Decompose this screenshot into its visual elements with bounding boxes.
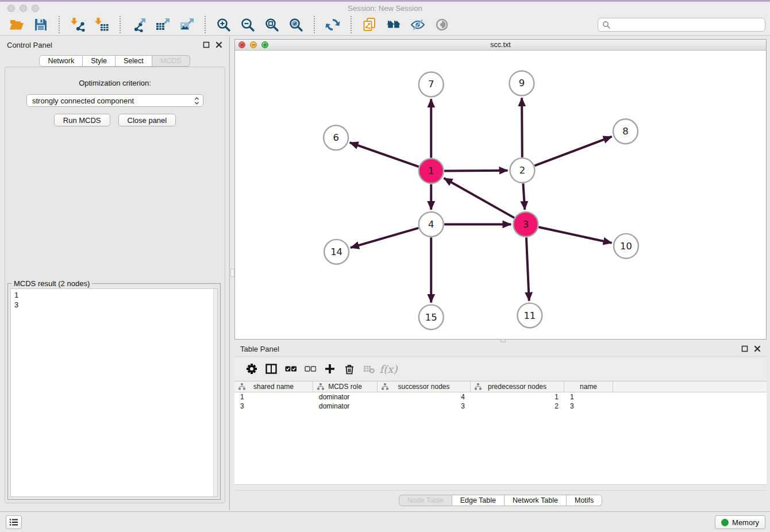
toggle-panel-layout-icon [265,363,277,375]
select-all-rows-button[interactable] [281,360,301,377]
graph-node-14[interactable]: 14 [324,240,349,264]
toolbar-separator [351,16,352,33]
column-header-shared-name[interactable]: shared name [234,381,313,392]
zoom-out-button[interactable] [239,16,256,33]
table-row-2[interactable]: 3dominator323 [234,402,767,411]
clone-network-button[interactable] [361,16,378,33]
toolbar-separator [59,16,60,33]
mcds-result-text[interactable]: 1 3 [11,289,213,496]
tab-mcds[interactable]: MCDS [152,55,190,67]
result-scrollbar[interactable] [213,289,217,496]
cell-predecessor-nodes[interactable]: 1 [471,392,564,402]
export-network-button[interactable] [130,16,147,33]
zoom-selected-button[interactable] [287,16,305,33]
hide-selected-button[interactable] [409,16,426,33]
network-close-button[interactable] [238,41,245,48]
graph-edge-3-11[interactable] [526,237,529,300]
close-panel-icon[interactable] [215,41,222,49]
graph-edge-1-6[interactable] [350,142,419,167]
graph-edge-2-9[interactable] [522,98,522,157]
graph-node-6[interactable]: 6 [324,125,348,150]
memory-button[interactable]: Memory [715,515,765,529]
first-neighbors-button[interactable] [385,16,402,33]
import-network-button[interactable] [69,16,86,33]
graph-node-11[interactable]: 11 [517,303,542,328]
column-type-icon [238,383,245,390]
column-header-predecessor-nodes[interactable]: predecessor nodes [471,381,564,392]
export-image-button[interactable] [178,16,195,33]
network-minimize-button[interactable] [250,41,257,48]
table-toolbar: f(x) [234,356,767,381]
graph-edge-3-10[interactable] [538,227,611,243]
search-input[interactable] [613,21,761,29]
refresh-layout-button[interactable] [324,16,341,33]
import-table-button[interactable] [93,16,110,33]
cell-successor-nodes[interactable]: 4 [378,392,471,402]
add-column-button[interactable] [320,360,340,377]
graph-edge-2-3[interactable] [523,183,525,210]
graph-node-8[interactable]: 8 [613,119,638,144]
cell-shared-name[interactable]: 1 [234,392,313,402]
network-canvas[interactable]: 7968124314101511 [235,51,766,339]
cell-mcds-role[interactable]: dominator [313,402,378,411]
graph-edge-2-8[interactable] [534,137,611,166]
task-history-button[interactable] [6,515,22,529]
table-settings-icon [246,363,257,375]
open-session-button[interactable] [8,16,25,33]
memory-label: Memory [732,518,759,527]
zoom-in-button[interactable] [215,16,232,33]
tab-node-table[interactable]: Node Table [399,495,452,506]
tab-edge-table[interactable]: Edge Table [452,495,505,506]
graph-edge-4-14[interactable] [351,228,418,248]
open-session-icon [9,17,24,32]
network-maximize-button[interactable] [261,41,268,48]
svg-text:8: 8 [622,126,628,137]
graph-node-2[interactable]: 2 [510,158,534,183]
zoom-fit-button[interactable] [263,16,280,33]
close-table-panel-icon[interactable] [753,345,761,353]
cell-name[interactable]: 1 [564,392,613,402]
export-table-button[interactable] [154,16,171,33]
cell-successor-nodes[interactable]: 3 [378,402,471,411]
table-row-1[interactable]: 1dominator411 [234,392,767,402]
graph-node-1[interactable]: 1 [419,159,444,183]
delete-column-button[interactable] [340,360,359,377]
float-panel-icon[interactable] [202,41,210,49]
graph-node-3[interactable]: 3 [513,212,538,237]
cell-name[interactable]: 3 [564,402,613,411]
cell-predecessor-nodes[interactable]: 2 [471,402,564,411]
graph-edge-3-1[interactable] [444,178,514,218]
tab-style[interactable]: Style [83,55,116,67]
function-builder-button: f(x) [379,360,398,377]
save-session-button[interactable] [32,16,49,33]
column-label: successor nodes [398,383,449,391]
toggle-panel-layout-button[interactable] [261,360,281,377]
close-panel-button[interactable]: Close panel [118,114,176,126]
graph-node-10[interactable]: 10 [614,234,638,259]
graph-node-4[interactable]: 4 [419,212,444,237]
tab-network-table[interactable]: Network Table [505,495,567,506]
workspace-area: scc.txt 7968124314101511 Table Panel f(x… [230,36,770,511]
network-window-titlebar[interactable]: scc.txt [235,40,766,51]
tab-select[interactable]: Select [116,55,152,67]
column-header-mcds-role[interactable]: MCDS role [313,381,378,392]
float-table-panel-icon[interactable] [741,345,748,353]
graph-edge-1-2[interactable] [444,171,507,171]
deselect-all-rows-button[interactable] [301,360,320,377]
graph-node-9[interactable]: 9 [509,71,534,95]
table-settings-button[interactable] [242,360,261,377]
panel-splitter-grip[interactable] [230,269,234,277]
graph-node-7[interactable]: 7 [419,72,444,97]
cell-shared-name[interactable]: 3 [234,402,313,411]
tab-motifs[interactable]: Motifs [567,495,602,506]
svg-text:2: 2 [519,165,525,176]
tab-network[interactable]: Network [39,55,83,67]
graph-node-15[interactable]: 15 [419,305,444,330]
run-mcds-button[interactable]: Run MCDS [54,114,110,126]
column-header-name[interactable]: name [564,381,613,392]
column-header-successor-nodes[interactable]: successor nodes [378,381,471,392]
column-label: predecessor nodes [488,383,546,391]
cell-mcds-role[interactable]: dominator [313,392,378,402]
optimization-criterion-select[interactable]: strongly connected component [26,94,203,107]
search-field[interactable] [598,18,765,32]
